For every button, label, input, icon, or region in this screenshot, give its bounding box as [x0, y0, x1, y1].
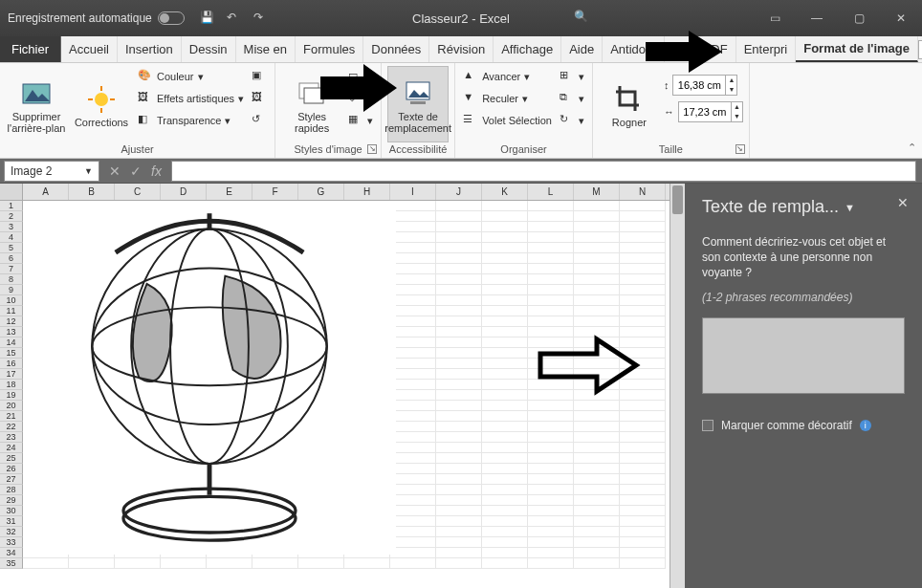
row-header[interactable]: 5 [0, 243, 23, 253]
col-header[interactable]: K [482, 184, 528, 200]
corrections-button[interactable]: Corrections [71, 66, 132, 142]
height-input[interactable]: ▲▼ [672, 75, 737, 96]
row-header[interactable]: 15 [0, 348, 23, 359]
tab-enterprise[interactable]: Enterpri [736, 36, 797, 62]
redo-icon[interactable]: ↷ [253, 11, 269, 26]
row-header[interactable]: 9 [0, 285, 23, 295]
col-header[interactable]: I [390, 184, 436, 200]
row-header[interactable]: 34 [0, 548, 23, 558]
dialog-launcher-icon[interactable]: ↘ [735, 144, 745, 154]
chevron-up-icon[interactable]: ▲ [725, 76, 736, 85]
row-header[interactable]: 11 [0, 306, 23, 316]
col-header[interactable]: E [207, 184, 252, 200]
row-header[interactable]: 4 [0, 232, 23, 243]
row-header[interactable]: 33 [0, 537, 23, 548]
autosave-toggle[interactable]: Enregistrement automatique [0, 11, 185, 25]
compress-button[interactable]: ▣ [250, 66, 269, 87]
artistic-effects-button[interactable]: 🖼Effets artistiques ▾ [136, 88, 246, 109]
row-header[interactable]: 20 [0, 401, 23, 411]
close-panel-icon[interactable]: ✕ [897, 195, 909, 210]
chevron-down-icon[interactable]: ▼ [731, 112, 742, 121]
crop-button[interactable]: Rogner [599, 66, 660, 142]
row-header[interactable]: 6 [0, 253, 23, 264]
row-header[interactable]: 7 [0, 264, 23, 274]
row-header[interactable]: 31 [0, 516, 23, 527]
group-button[interactable]: ⧉▾ [558, 88, 586, 109]
row-header[interactable]: 10 [0, 295, 23, 306]
share-icon[interactable]: 🔗 [918, 40, 922, 59]
row-header[interactable]: 22 [0, 422, 23, 432]
color-button[interactable]: 🎨Couleur ▾ [136, 66, 246, 87]
formula-bar[interactable] [171, 161, 916, 182]
close-icon[interactable]: ✕ [880, 0, 922, 36]
reset-picture-button[interactable]: ↺ [250, 110, 269, 131]
tab-format-image[interactable]: Format de l'image [796, 36, 918, 62]
row-header[interactable]: 35 [0, 558, 23, 569]
scrollbar-thumb[interactable] [672, 185, 683, 214]
row-header[interactable]: 19 [0, 390, 23, 401]
row-header[interactable]: 26 [0, 464, 23, 474]
width-input[interactable]: ▲▼ [678, 101, 743, 122]
decorative-checkbox[interactable]: Marquer comme décoratif i [702, 419, 905, 432]
remove-background-button[interactable]: Supprimer l'arrière-plan [6, 66, 67, 142]
alt-text-input[interactable] [702, 317, 905, 394]
selection-pane-button[interactable]: ☰Volet Sélection [461, 110, 554, 131]
maximize-icon[interactable]: ▢ [838, 0, 880, 36]
col-header[interactable]: N [620, 184, 666, 200]
col-header[interactable]: J [436, 184, 482, 200]
chevron-down-icon[interactable]: ▼ [84, 166, 93, 176]
ribbon-display-icon[interactable]: ▭ [754, 0, 796, 36]
row-header[interactable]: 24 [0, 443, 23, 453]
col-header[interactable]: B [69, 184, 115, 200]
col-header[interactable]: D [161, 184, 207, 200]
row-header[interactable]: 32 [0, 527, 23, 537]
row-header[interactable]: 1 [0, 201, 23, 211]
toggle-switch[interactable] [158, 11, 185, 25]
row-header[interactable]: 13 [0, 327, 23, 338]
align-button[interactable]: ⊞▾ [558, 66, 586, 87]
picture-effects-button[interactable]: ◈▾ [346, 88, 375, 109]
chevron-down-icon[interactable]: ▼ [845, 202, 855, 213]
row-header[interactable]: 14 [0, 338, 23, 348]
cancel-formula-icon[interactable]: ✕ [109, 163, 121, 179]
row-header[interactable]: 29 [0, 495, 23, 506]
row-header[interactable]: 30 [0, 506, 23, 516]
fx-icon[interactable]: fx [151, 163, 162, 179]
col-header[interactable]: G [298, 184, 344, 200]
undo-icon[interactable]: ↶ [227, 11, 242, 26]
row-header[interactable]: 25 [0, 453, 23, 464]
change-picture-button[interactable]: 🖼 [250, 88, 269, 109]
collapse-ribbon-icon[interactable]: ⌃ [908, 142, 916, 154]
send-backward-button[interactable]: ▼Reculer ▾ [461, 88, 554, 109]
accept-formula-icon[interactable]: ✓ [130, 163, 142, 179]
rotate-button[interactable]: ↻▾ [558, 110, 586, 131]
row-header[interactable]: 17 [0, 369, 23, 380]
info-icon[interactable]: i [860, 420, 871, 431]
picture-layout-button[interactable]: ▦▾ [346, 110, 375, 131]
row-header[interactable]: 8 [0, 274, 23, 285]
dialog-launcher-icon[interactable]: ↘ [367, 144, 377, 154]
tab-donnees[interactable]: Données [363, 36, 429, 62]
row-header[interactable]: 16 [0, 359, 23, 369]
tab-affichage[interactable]: Affichage [494, 36, 561, 62]
tab-miseenpage[interactable]: Mise en [236, 36, 296, 62]
picture-border-button[interactable]: ▭▾ [346, 66, 375, 87]
chevron-down-icon[interactable]: ▼ [725, 85, 736, 95]
tab-accueil[interactable]: Accueil [61, 36, 118, 62]
col-header[interactable]: H [344, 184, 390, 200]
vertical-scrollbar[interactable] [670, 184, 685, 588]
row-header[interactable]: 3 [0, 222, 23, 232]
transparency-button[interactable]: ◧Transparence ▾ [136, 110, 246, 131]
quick-styles-button[interactable]: Styles rapides [281, 66, 342, 142]
row-header[interactable]: 28 [0, 485, 23, 495]
tab-insertion[interactable]: Insertion [118, 36, 182, 62]
col-header[interactable]: A [23, 184, 69, 200]
alt-text-button[interactable]: Texte de remplacement [387, 66, 449, 142]
save-icon[interactable]: 💾 [200, 11, 215, 26]
col-header[interactable]: F [252, 184, 298, 200]
search-icon[interactable]: 🔍 [574, 10, 588, 23]
tab-dessin[interactable]: Dessin [182, 36, 236, 62]
name-box[interactable]: Image 2▼ [4, 161, 99, 182]
col-header[interactable]: L [528, 184, 574, 200]
chevron-up-icon[interactable]: ▲ [731, 102, 742, 112]
